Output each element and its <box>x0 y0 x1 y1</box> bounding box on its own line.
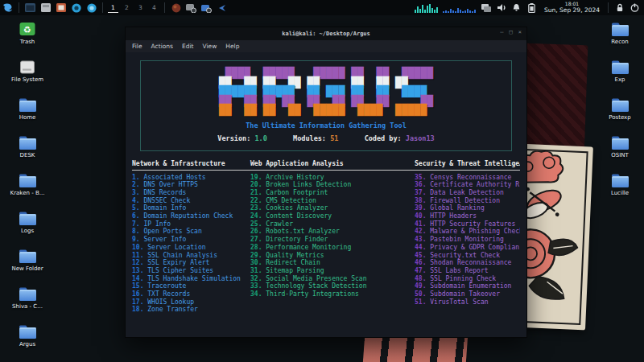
folder-sync-icon[interactable] <box>200 2 213 14</box>
module-item: 42. Malware & Phishing Check <box>415 228 520 236</box>
module-number: 2. <box>132 181 140 188</box>
firefox-ball-icon[interactable] <box>170 2 182 14</box>
settings-app-icon[interactable] <box>185 2 197 14</box>
module-item: 50. Subdomain Takeover <box>415 290 520 298</box>
desktop-icon-recon[interactable]: Recon <box>594 21 644 46</box>
module-number: 29. <box>250 252 262 259</box>
folder-icon <box>2 286 53 302</box>
volume-icon[interactable] <box>495 2 507 14</box>
module-number: 9. <box>132 236 140 243</box>
module-label: Robots.txt Analyzer <box>262 228 339 235</box>
module-column-2: 19. Archive History20. Broken Links Dete… <box>250 174 415 315</box>
module-number: 47. <box>415 267 426 274</box>
module-column-3: 35. Censys Reconnaissance36. Certificate… <box>415 174 520 315</box>
panel-clock[interactable]: 18:01 Sun, Sep 29, 2024 <box>544 2 600 13</box>
menu-edit[interactable]: Edit <box>182 43 194 50</box>
module-label: SSL Pinning Check <box>426 275 496 282</box>
module-item: 40. HTTP Headers <box>415 212 520 220</box>
display-icon[interactable] <box>480 2 492 14</box>
desktop-icon-desk[interactable]: DESK <box>2 134 53 159</box>
module-label: Sitemap Parsing <box>262 267 324 274</box>
column-header-3: Security & Threat Intellige… <box>415 160 520 167</box>
module-item: 35. Censys Reconnaissance <box>415 174 520 182</box>
desktop-icon-trash[interactable]: ♻Trash <box>2 21 53 46</box>
desktop-icon-lucille[interactable]: Lucille <box>594 172 644 197</box>
module-item: 31. Sitemap Parsing <box>250 267 415 275</box>
folder-icon <box>594 172 644 188</box>
desktop-icon-osint[interactable]: OSINT <box>594 134 644 159</box>
module-label: Server Location <box>143 244 205 251</box>
terminal-window: kali@kali: ~/Desktop/Argus –□× FileActio… <box>125 27 527 338</box>
power-icon[interactable] <box>629 2 641 14</box>
desktop-icon-exp[interactable]: Exp <box>594 59 644 84</box>
drive-icon <box>2 59 53 75</box>
folder-icon <box>2 134 53 150</box>
module-number: 46. <box>415 259 426 266</box>
desktop-icon-postexp[interactable]: Postexp <box>594 97 644 121</box>
module-label: SSL Labs Report <box>426 267 488 274</box>
browser-launcher-icon[interactable] <box>70 2 82 14</box>
desktop-icon-kraken-b-[interactable]: Kraken - B... <box>2 172 53 197</box>
desktop-icon-shiva-c-[interactable]: Shiva - C... <box>2 286 53 311</box>
module-number: 34. <box>250 290 262 298</box>
module-item: 47. SSL Labs Report <box>415 267 520 275</box>
file-manager-launcher-icon[interactable] <box>39 2 52 14</box>
text-editor-launcher-icon[interactable] <box>55 2 67 14</box>
menu-file[interactable]: File <box>132 43 142 50</box>
workspace-1[interactable]: 1 <box>108 3 118 13</box>
module-label: DNS Records <box>140 189 187 196</box>
module-label: Crawler <box>262 220 293 228</box>
close-button[interactable]: × <box>518 29 522 35</box>
module-item: 1. Associated Hosts <box>132 174 250 182</box>
lock-icon[interactable] <box>613 2 625 14</box>
module-number: 32. <box>250 275 262 282</box>
window-titlebar[interactable]: kali@kali: ~/Desktop/Argus –□× <box>126 27 526 40</box>
minimize-button[interactable]: – <box>500 29 503 35</box>
module-number: 41. <box>415 220 426 228</box>
module-label: Privacy & GDPR Complian.. <box>426 244 520 251</box>
module-number: 7. <box>132 220 140 228</box>
network-graph-icon[interactable] <box>443 2 476 13</box>
battery-icon[interactable] <box>526 2 538 14</box>
desktop-icon-new-folder[interactable]: New Folder <box>2 248 53 273</box>
module-label: Firewall Detection <box>426 197 500 204</box>
module-label: Content Discovery <box>262 212 332 220</box>
module-label: WHOIS Lookup <box>143 298 194 306</box>
terminal-content[interactable]: ████ █████ █████ ██ ██ ███████ ██ ██ ██ … <box>126 52 526 337</box>
module-label: SSL Chain Analysis <box>143 252 217 259</box>
module-item: 23. Cookies Analyzer <box>250 204 415 212</box>
module-label: Traceroute <box>143 282 186 290</box>
modules-value: 51 <box>330 134 338 142</box>
notification-bell-icon[interactable] <box>510 2 522 14</box>
module-item: 28. Performance Monitoring <box>250 244 415 252</box>
terminal-launcher-icon[interactable] <box>24 2 36 14</box>
workspace-3[interactable]: 3 <box>135 3 146 12</box>
module-number: 42. <box>415 228 426 235</box>
desktop-icon-argus[interactable]: Argus <box>2 323 53 348</box>
module-label: Directory Finder <box>262 236 328 243</box>
desktop-icon-label: DESK <box>2 153 53 159</box>
cpu-graph-icon[interactable] <box>415 2 438 13</box>
desktop-icon-logs[interactable]: Logs <box>2 210 53 235</box>
panel-divider <box>608 2 609 13</box>
kali-logo-icon[interactable] <box>2 2 14 14</box>
desktop-icon-label: Shiva - C... <box>2 304 53 311</box>
workspace-4[interactable]: 4 <box>149 3 159 12</box>
browser-alt-launcher-icon[interactable] <box>85 2 97 14</box>
menu-help[interactable]: Help <box>225 43 239 50</box>
menu-view[interactable]: View <box>203 43 217 50</box>
menu-actions[interactable]: Actions <box>151 43 173 50</box>
send-arrow-icon[interactable] <box>216 2 228 14</box>
module-number: 30. <box>250 259 262 266</box>
desktop-icon-file-system[interactable]: File System <box>2 59 53 84</box>
desktop-icon-home[interactable]: Home <box>2 97 53 121</box>
module-item: 49. Subdomain Enumeration <box>415 282 520 290</box>
header-rule <box>132 170 520 171</box>
module-number: 13. <box>132 267 143 274</box>
module-number: 48. <box>415 275 426 282</box>
module-item: 5. Domain Info <box>132 204 250 212</box>
workspace-2[interactable]: 2 <box>122 3 132 12</box>
module-item: 38. Firewall Detection <box>415 197 520 205</box>
maximize-button[interactable]: □ <box>510 29 513 35</box>
module-number: 19. <box>250 174 262 181</box>
